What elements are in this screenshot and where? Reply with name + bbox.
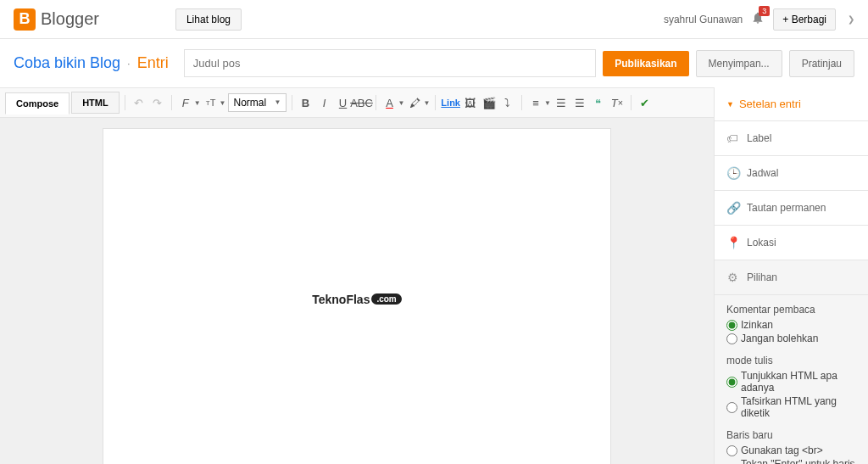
br-text: Gunakan tag <br> xyxy=(741,444,823,456)
font-size-icon[interactable]: TT xyxy=(203,94,220,111)
preview-button[interactable]: Pratinjau xyxy=(789,50,854,77)
canvas-wrap: TeknoFlas .com xyxy=(0,118,714,464)
redo-icon[interactable]: ↷ xyxy=(149,94,166,111)
chevron-down-icon: ▼ xyxy=(726,100,734,109)
sidebar-item-schedule[interactable]: 🕒 Jadwal xyxy=(715,156,868,191)
radio-enter[interactable]: Tekan "Enter" untuk baris baru xyxy=(726,458,856,464)
gear-icon: ⚙ xyxy=(726,271,738,284)
jangan-text: Jangan bolehkan xyxy=(741,333,818,344)
align-icon[interactable]: ≡ xyxy=(527,94,544,111)
settings-sidebar: ▼ Setelan entri 🏷 Label 🕒 Jadwal 🔗 Tauta… xyxy=(714,87,868,464)
radio-izinkan[interactable]: Izinkan xyxy=(726,319,856,331)
notifications-button[interactable]: 3 xyxy=(751,11,765,27)
radio-tunjukkan[interactable]: Tunjukkan HTML apa adanya xyxy=(726,370,856,394)
bullet-list-icon[interactable]: ☰ xyxy=(571,94,588,111)
editor-canvas[interactable]: TeknoFlas .com xyxy=(103,128,611,464)
radio-tafsirkan[interactable]: Tafsirkan HTML yang diketik xyxy=(726,395,856,419)
remove-format-icon[interactable]: T× xyxy=(609,94,626,111)
komentar-label: Komentar pembaca xyxy=(726,304,856,316)
video-icon[interactable]: 🎬 xyxy=(481,94,498,111)
baris-label: Baris baru xyxy=(726,429,856,441)
location-text: Lokasi xyxy=(747,237,776,249)
html-tab[interactable]: HTML xyxy=(71,92,120,114)
strikethrough-icon[interactable]: ABC xyxy=(353,94,370,111)
tunjukkan-text: Tunjukkan HTML apa adanya xyxy=(741,370,856,394)
editor-column: Compose HTML ↶ ↷ F ▼ TT ▼ Normal B I U A… xyxy=(0,87,714,464)
bold-icon[interactable]: B xyxy=(298,94,314,111)
chevron-down-icon: ▼ xyxy=(544,99,551,107)
highlight-icon[interactable]: 🖍 xyxy=(406,94,423,111)
clock-icon: 🕒 xyxy=(726,166,738,180)
chevron-down-icon: ▼ xyxy=(398,99,405,107)
numbered-list-icon[interactable]: ☰ xyxy=(553,94,570,111)
separator xyxy=(435,95,436,110)
separator xyxy=(376,95,376,110)
radio-jangan[interactable]: Jangan bolehkan xyxy=(726,333,856,344)
spellcheck-icon[interactable]: ✔ xyxy=(637,94,654,111)
placeholder-logo: TeknoFlas .com xyxy=(312,293,402,306)
separator xyxy=(125,95,125,110)
tag-icon: 🏷 xyxy=(726,131,738,145)
permalink-text: Tautan permanen xyxy=(747,202,826,214)
radio-br[interactable]: Gunakan tag <br> xyxy=(726,444,856,456)
compose-tab[interactable]: Compose xyxy=(5,92,70,115)
separator xyxy=(521,95,522,110)
user-name[interactable]: syahrul Gunawan xyxy=(664,14,743,25)
italic-icon[interactable]: I xyxy=(316,94,333,111)
page-break-icon[interactable]: ⤵ xyxy=(499,94,516,111)
sidebar-item-location[interactable]: 📍 Lokasi xyxy=(715,226,868,260)
options-text: Pilihan xyxy=(747,271,777,283)
section-label: Entri xyxy=(137,54,169,72)
text-color-icon[interactable]: A xyxy=(381,94,398,111)
image-icon[interactable]: 🖼 xyxy=(462,94,479,111)
chevron-down-icon: ▼ xyxy=(423,99,430,107)
placeholder-tld: .com xyxy=(371,293,401,305)
undo-icon[interactable]: ↶ xyxy=(131,94,147,111)
blog-name-link[interactable]: Coba bikin Blog xyxy=(14,54,120,72)
placeholder-brand: TeknoFlas xyxy=(312,293,370,306)
separator xyxy=(292,95,292,110)
location-icon: 📍 xyxy=(726,236,738,249)
saving-button[interactable]: Menyimpan... xyxy=(696,50,782,77)
top-header: B Blogger Lihat blog syahrul Gunawan 3 +… xyxy=(0,0,868,39)
font-family-icon[interactable]: F xyxy=(177,94,194,111)
editor-toolbar: Compose HTML ↶ ↷ F ▼ TT ▼ Normal B I U A… xyxy=(0,87,714,118)
izinkan-text: Izinkan xyxy=(741,319,773,331)
sidebar-header[interactable]: ▼ Setelan entri xyxy=(715,87,868,121)
brand-name: Blogger xyxy=(41,9,99,29)
sidebar-item-label[interactable]: 🏷 Label xyxy=(715,121,868,156)
title-row: Coba bikin Blog · Entri Publikasikan Men… xyxy=(0,39,868,87)
quote-icon[interactable]: ❝ xyxy=(590,94,607,111)
link-button[interactable]: Link xyxy=(441,98,460,108)
label-text: Label xyxy=(747,132,771,144)
notification-badge: 3 xyxy=(759,6,770,16)
post-title-input[interactable] xyxy=(184,49,596,77)
schedule-text: Jadwal xyxy=(747,167,778,179)
separator: · xyxy=(127,57,131,70)
options-panel: Komentar pembaca Izinkan Jangan bolehkan… xyxy=(715,295,868,464)
share-button[interactable]: + Berbagi xyxy=(773,8,836,31)
share-label: Berbagi xyxy=(792,14,826,25)
blogger-logo-icon: B xyxy=(14,8,36,31)
sidebar-item-options[interactable]: ⚙ Pilihan xyxy=(715,260,868,295)
enter-text: Tekan "Enter" untuk baris baru xyxy=(741,458,856,464)
mode-label: mode tulis xyxy=(726,355,856,366)
sidebar-item-permalink[interactable]: 🔗 Tautan permanen xyxy=(715,191,868,226)
chevron-right-icon[interactable]: ❯ xyxy=(848,14,854,24)
underline-icon[interactable]: U xyxy=(335,94,352,111)
publish-button[interactable]: Publikasikan xyxy=(603,51,688,76)
separator xyxy=(171,95,172,110)
settings-title: Setelan entri xyxy=(739,98,801,110)
chevron-down-icon: ▼ xyxy=(220,99,226,107)
link-icon: 🔗 xyxy=(726,201,738,215)
format-select[interactable]: Normal xyxy=(228,93,287,112)
chevron-down-icon: ▼ xyxy=(194,99,201,107)
separator xyxy=(631,95,632,110)
tafsirkan-text: Tafsirkan HTML yang diketik xyxy=(741,395,856,419)
view-blog-button[interactable]: Lihat blog xyxy=(175,8,242,31)
